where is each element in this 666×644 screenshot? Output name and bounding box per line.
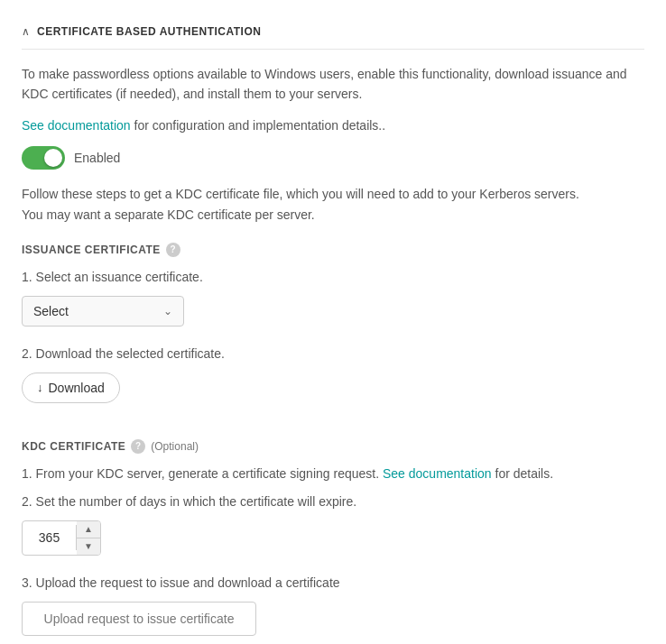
chevron-down-icon: ⌄ bbox=[163, 305, 172, 317]
issuance-step2-text: 2. Download the selected certificate. bbox=[22, 345, 644, 363]
doc-link-row: See documentation for configuration and … bbox=[22, 115, 644, 135]
issuance-section: ISSUANCE CERTIFICATE ? 1. Select an issu… bbox=[22, 243, 644, 421]
enabled-toggle[interactable] bbox=[22, 146, 65, 170]
download-arrow-icon: ↓ bbox=[37, 381, 43, 394]
steps-description: Follow these steps to get a KDC certific… bbox=[22, 184, 644, 225]
toggle-label: Enabled bbox=[74, 151, 120, 165]
kdc-step3-text: 3. Upload the request to issue and downl… bbox=[22, 574, 644, 593]
issuance-title: ISSUANCE CERTIFICATE bbox=[22, 244, 161, 256]
spinner-value: 365 bbox=[23, 525, 77, 550]
doc-link[interactable]: See documentation bbox=[22, 118, 131, 133]
download-button[interactable]: ↓ Download bbox=[22, 373, 120, 403]
toggle-row: Enabled bbox=[22, 146, 644, 170]
section-header[interactable]: ∧ CERTIFICATE BASED AUTHENTICATION bbox=[22, 14, 644, 50]
issuance-select[interactable]: Select ⌄ bbox=[22, 296, 184, 327]
issuance-title-row: ISSUANCE CERTIFICATE ? bbox=[22, 243, 644, 257]
collapse-icon: ∧ bbox=[22, 25, 30, 38]
spinner-controls: ▲ ▼ bbox=[77, 521, 100, 555]
issuance-step1-text: 1. Select an issuance certificate. bbox=[22, 268, 644, 287]
doc-link-suffix: for configuration and implementation det… bbox=[131, 118, 386, 133]
kdc-step1-text: 1. From your KDC server, generate a cert… bbox=[22, 465, 644, 483]
issuance-select-wrapper: Select ⌄ bbox=[22, 296, 184, 327]
upload-button[interactable]: Upload request to issue certificate bbox=[22, 602, 256, 636]
spinner-up-button[interactable]: ▲ bbox=[77, 521, 100, 538]
issuance-help-icon[interactable]: ? bbox=[166, 243, 180, 257]
section-title: CERTIFICATE BASED AUTHENTICATION bbox=[37, 25, 261, 38]
kdc-optional-label: (Optional) bbox=[151, 440, 199, 453]
spinner-down-button[interactable]: ▼ bbox=[77, 538, 100, 555]
kdc-title-row: KDC CERTIFICATE ? (Optional) bbox=[22, 439, 644, 454]
kdc-title: KDC CERTIFICATE bbox=[22, 440, 125, 453]
select-label: Select bbox=[33, 304, 69, 318]
days-spinner: 365 ▲ ▼ bbox=[22, 520, 101, 556]
kdc-doc-link[interactable]: See documentation bbox=[383, 466, 492, 481]
section-description: To make passwordless options available t… bbox=[22, 64, 644, 105]
kdc-help-icon[interactable]: ? bbox=[131, 439, 145, 454]
kdc-step2-text: 2. Set the number of days in which the c… bbox=[22, 492, 644, 511]
kdc-section: KDC CERTIFICATE ? (Optional) 1. From you… bbox=[22, 439, 644, 644]
download-label: Download bbox=[49, 381, 105, 395]
upload-label: Upload request to issue certificate bbox=[44, 612, 235, 626]
